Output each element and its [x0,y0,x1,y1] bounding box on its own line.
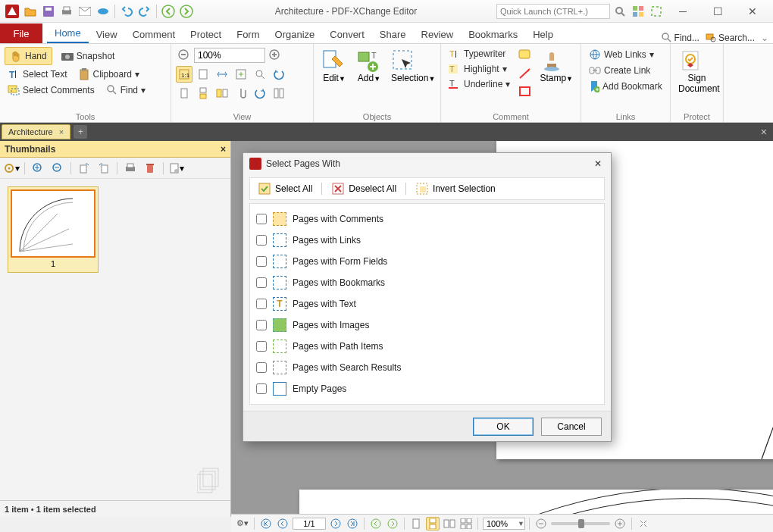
zoom-in-bb-icon[interactable] [613,517,627,530]
sticky-note-icon[interactable] [517,47,534,64]
item-path[interactable]: Pages with Path Items [256,336,598,357]
fit-content-bb-icon[interactable] [637,517,650,530]
back-icon[interactable] [161,5,175,18]
close-button[interactable]: ✕ [735,0,770,23]
delete-thumb-icon[interactable] [142,160,158,177]
sign-document-button[interactable]: Sign Document [675,47,718,120]
properties-thumb-icon[interactable]: ▾ [168,160,185,177]
file-tab[interactable]: File [0,23,42,43]
layout-single-icon[interactable] [409,517,423,530]
ui-options-icon[interactable] [631,5,645,18]
add-button[interactable]: T Add▼ [353,47,385,120]
find-tool-button[interactable]: Find ▾ [104,83,149,97]
doctab-architecture[interactable]: Architecture × [2,124,70,139]
item-search[interactable]: Pages with Search Results [256,357,598,378]
close-panel-icon[interactable]: × [221,144,226,155]
print-thumb-icon[interactable] [122,160,139,177]
first-page-icon[interactable] [259,517,273,530]
tab-home[interactable]: Home [47,24,89,43]
tab-convert[interactable]: Convert [322,26,372,43]
tab-view[interactable]: View [89,26,125,43]
checkbox[interactable] [256,320,267,330]
stamp-button[interactable]: Stamp▼ [537,47,576,120]
ok-button[interactable]: OK [473,418,534,436]
fit-page-icon[interactable] [195,66,211,83]
zoom-out-bb-icon[interactable] [534,517,548,530]
find-button[interactable]: Find... [662,33,699,43]
next-view-icon[interactable] [386,517,399,530]
thumbnail-1[interactable]: 1 [8,186,99,273]
zoom-in-icon[interactable] [267,47,283,64]
tab-bookmarks[interactable]: Bookmarks [461,26,525,43]
item-images[interactable]: Pages with Images [256,315,598,336]
quick-launch-input[interactable] [496,4,610,19]
new-tab-button[interactable]: + [74,125,87,139]
doctabs-close-icon[interactable]: × [755,126,773,138]
actual-size-icon[interactable]: 1:1 [176,66,192,83]
tab-share[interactable]: Share [372,26,414,43]
search-icon[interactable] [613,5,627,18]
checkbox[interactable] [256,214,267,224]
dialog-close-icon[interactable]: ✕ [591,157,605,171]
checkbox[interactable] [256,299,267,309]
rotate-cw-icon[interactable] [252,85,268,102]
item-text[interactable]: TPages with Text [256,293,598,315]
highlight-button[interactable]: THighlight▾ [446,62,514,76]
checkbox[interactable] [256,362,267,373]
select-comments-button[interactable]: Select Comments [5,83,98,97]
attachment-icon[interactable] [233,85,249,102]
checkbox[interactable] [256,341,267,352]
rotate-right-thumb-icon[interactable] [95,160,112,177]
create-link-button[interactable]: Create Link [586,64,665,77]
zoom-out-thumb-icon[interactable] [49,160,66,177]
zoom-out-icon[interactable] [176,47,192,64]
tab-comment[interactable]: Comment [125,26,183,43]
page-layouts-icon[interactable] [271,85,287,102]
layout-two-cont-icon[interactable] [459,517,473,530]
undo-icon[interactable] [120,5,133,18]
select-all-button[interactable]: Select All [255,180,315,197]
scan-icon[interactable] [96,5,110,18]
zoom-slider[interactable] [551,522,610,525]
page-number-input[interactable] [293,518,326,530]
deselect-all-button[interactable]: Deselect All [328,180,399,197]
next-page-icon[interactable] [329,517,343,530]
prev-view-icon[interactable] [369,517,383,530]
open-icon[interactable] [23,5,37,18]
close-tab-icon[interactable]: × [59,127,64,136]
item-links[interactable]: Pages with Links [256,230,598,251]
minimize-button[interactable]: ─ [665,0,700,23]
layout-continuous-icon[interactable] [426,517,440,530]
fit-visible-icon[interactable] [233,66,249,83]
single-page-icon[interactable] [176,85,192,102]
tab-organize[interactable]: Organize [268,26,323,43]
zoom-value-input[interactable] [194,48,265,63]
rotate-left-thumb-icon[interactable] [76,160,92,177]
tab-help[interactable]: Help [525,26,561,43]
maximize-button[interactable]: ☐ [700,0,735,23]
edit-button[interactable]: Edit▼ [318,47,350,120]
invert-selection-button[interactable]: Invert Selection [412,180,499,197]
line-arrow-icon[interactable] [517,65,534,82]
email-icon[interactable] [78,5,92,18]
options-icon[interactable]: ▾ [3,160,20,177]
checkbox[interactable] [256,256,267,267]
tab-protect[interactable]: Protect [183,26,229,43]
item-form-fields[interactable]: Pages with Form Fields [256,251,598,272]
dialog-titlebar[interactable]: Select Pages With ✕ [243,153,611,174]
cancel-button[interactable]: Cancel [541,418,602,436]
web-links-button[interactable]: Web Links ▾ [586,47,665,62]
layout-two-icon[interactable] [443,517,456,530]
forward-icon[interactable] [180,5,193,18]
tab-review[interactable]: Review [414,26,462,43]
item-bookmarks[interactable]: Pages with Bookmarks [256,272,598,293]
checkbox[interactable] [256,383,267,394]
item-empty[interactable]: Empty Pages [256,378,598,399]
options-bb-icon[interactable]: ⚙▾ [236,517,249,530]
search-button[interactable]: Search... [706,33,755,43]
hand-tool[interactable]: Hand [5,47,52,65]
print-icon[interactable] [60,5,74,18]
redo-icon[interactable] [138,5,152,18]
item-comments[interactable]: Pages with Comments [256,208,598,230]
typewriter-button[interactable]: TTypewriter [446,47,514,61]
